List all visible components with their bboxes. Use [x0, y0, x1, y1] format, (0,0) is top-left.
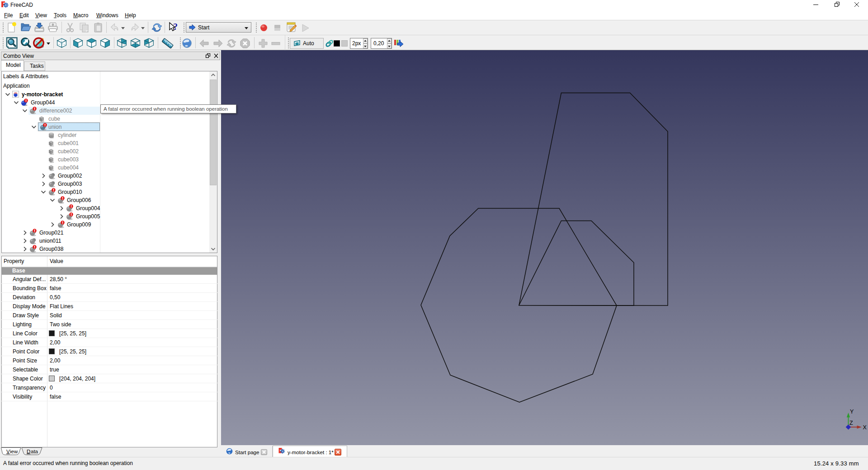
svg-text:X: X	[863, 424, 867, 431]
svg-text:Y: Y	[850, 409, 854, 415]
svg-text:D: D	[27, 449, 30, 454]
svg-text:V: V	[6, 449, 10, 454]
svg-text:iew: iew	[10, 449, 18, 454]
svg-text:ata: ata	[31, 449, 38, 454]
svg-text:Z: Z	[849, 420, 853, 426]
